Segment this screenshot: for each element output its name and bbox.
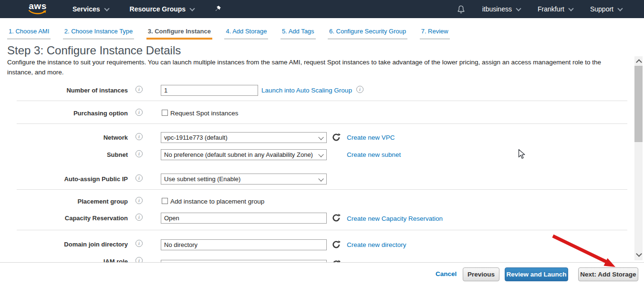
tab-configure-security-group[interactable]: 6. Configure Security Group <box>328 28 407 40</box>
domain-join-directory-select[interactable]: No directory <box>161 239 327 250</box>
row-divider <box>17 101 627 101</box>
number-of-instances-label: Number of instances <box>0 87 128 94</box>
placement-group-checkbox-label: Add instance to placement group <box>170 198 264 205</box>
top-navigation-bar: aws Services Resource Groups <box>0 0 644 18</box>
tab-add-tags[interactable]: 5. Add Tags <box>280 28 316 40</box>
chevron-down-icon <box>318 152 323 157</box>
notifications-bell-icon[interactable] <box>457 5 465 14</box>
request-spot-instances-checkbox-label: Request Spot instances <box>170 110 239 117</box>
purchasing-option-label: Purchasing option <box>0 110 128 117</box>
auto-assign-public-ip-label: Auto-assign Public IP <box>0 175 128 183</box>
region-label: Frankfurt <box>538 5 564 13</box>
subnet-label: Subnet <box>0 151 128 158</box>
chevron-down-icon <box>318 176 323 181</box>
create-new-subnet-link[interactable]: Create new subnet <box>347 151 401 158</box>
network-label: Network <box>0 134 128 141</box>
capacity-reservation-select[interactable]: Open <box>161 213 327 224</box>
info-icon[interactable]: i <box>135 109 143 116</box>
tab-review[interactable]: 7. Review <box>420 28 450 40</box>
info-icon[interactable]: i <box>135 240 143 247</box>
info-icon[interactable]: i <box>135 197 143 204</box>
chevron-down-icon <box>318 134 323 140</box>
chevron-down-icon <box>516 6 521 11</box>
placement-group-checkbox[interactable] <box>162 198 168 204</box>
review-and-launch-button[interactable]: Review and Launch <box>505 267 568 281</box>
account-name-label: itbusiness <box>482 5 512 13</box>
row-divider <box>17 189 627 190</box>
cancel-link[interactable]: Cancel <box>436 270 457 277</box>
request-spot-instances-checkbox[interactable] <box>162 110 168 116</box>
nav-resource-groups[interactable]: Resource Groups <box>130 5 194 13</box>
nav-account-menu[interactable]: itbusiness <box>482 5 520 13</box>
next-add-storage-button[interactable]: Next: Add Storage <box>578 267 638 281</box>
create-new-capacity-reservation-link[interactable]: Create new Capacity Reservation <box>347 215 443 222</box>
subnet-select-value: No preference (default subnet in any Ava… <box>164 151 313 158</box>
support-label: Support <box>590 5 613 13</box>
chevron-down-icon <box>568 6 573 11</box>
capacity-reservation-label: Capacity Reservation <box>0 215 128 222</box>
refresh-icon[interactable] <box>332 240 341 249</box>
network-select-value: vpc-1911e773 (default) <box>164 134 228 141</box>
placement-group-label: Placement group <box>0 198 128 205</box>
vertical-scrollbar-thumb[interactable] <box>634 66 643 142</box>
chevron-down-icon <box>617 6 623 11</box>
launch-into-auto-scaling-group-link[interactable]: Launch into Auto Scaling Group <box>261 87 352 94</box>
capacity-reservation-value: Open <box>164 215 179 222</box>
domain-join-directory-value: No directory <box>164 241 197 248</box>
page-description: Configure the instance to suit your requ… <box>7 58 627 77</box>
nav-services[interactable]: Services <box>73 5 109 13</box>
row-divider <box>17 123 627 124</box>
mouse-cursor <box>518 149 526 160</box>
info-icon[interactable]: i <box>135 86 143 93</box>
aws-logo[interactable]: aws <box>28 1 48 15</box>
auto-assign-public-ip-select[interactable]: Use subnet setting (Enable) <box>161 174 327 184</box>
domain-join-directory-label: Domain join directory <box>0 241 128 248</box>
row-divider <box>17 230 627 230</box>
chevron-down-icon <box>189 6 195 11</box>
info-icon[interactable]: i <box>135 214 143 221</box>
aws-console-screen: aws Services Resource Groups <box>0 0 644 287</box>
tab-configure-instance[interactable]: 3. Configure Instance <box>146 28 212 40</box>
subnet-select[interactable]: No preference (default subnet in any Ava… <box>161 149 327 160</box>
chevron-down-icon <box>104 6 109 11</box>
create-new-directory-link[interactable]: Create new directory <box>347 241 406 248</box>
wizard-footer-bar: Cancel Previous Review and Launch Next: … <box>0 262 644 287</box>
aws-logo-text: aws <box>28 1 48 11</box>
pushpin-glyph <box>215 5 221 13</box>
info-icon[interactable]: i <box>356 86 364 93</box>
info-icon[interactable]: i <box>135 174 143 182</box>
refresh-icon[interactable] <box>332 133 341 142</box>
tab-add-storage[interactable]: 4. Add Storage <box>224 28 268 40</box>
network-select[interactable]: vpc-1911e773 (default) <box>161 132 327 143</box>
pushpin-icon[interactable] <box>215 5 221 13</box>
info-icon[interactable]: i <box>135 150 143 157</box>
create-new-vpc-link[interactable]: Create new VPC <box>347 134 395 141</box>
info-icon[interactable]: i <box>135 133 143 140</box>
tab-choose-ami[interactable]: 1. Choose AMI <box>7 28 51 40</box>
auto-assign-public-ip-value: Use subnet setting (Enable) <box>164 175 240 183</box>
nav-region-menu[interactable]: Frankfurt <box>538 5 573 13</box>
nav-services-label: Services <box>73 5 100 13</box>
nav-support-menu[interactable]: Support <box>590 5 622 13</box>
nav-right-menus: itbusiness Frankfurt Support <box>457 5 622 14</box>
tab-choose-instance-type[interactable]: 2. Choose Instance Type <box>63 28 135 40</box>
nav-left-menus: Services Resource Groups <box>73 5 221 13</box>
refresh-icon[interactable] <box>332 214 341 222</box>
nav-resource-groups-label: Resource Groups <box>130 5 186 13</box>
wizard-steps-tabbar: 1. Choose AMI 2. Choose Instance Type 3.… <box>0 18 644 41</box>
previous-button[interactable]: Previous <box>463 267 499 281</box>
number-of-instances-input[interactable] <box>161 85 258 96</box>
page-title: Step 3: Configure Instance Details <box>7 44 181 57</box>
